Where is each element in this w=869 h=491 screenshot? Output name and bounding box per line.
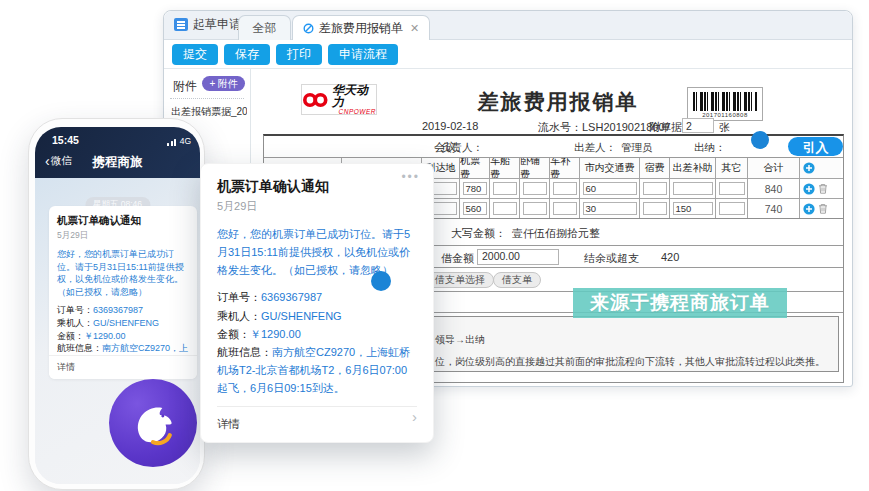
add-row-icon[interactable] — [803, 203, 815, 215]
table-actions-header — [800, 158, 841, 178]
traveler-value: 管理员 — [621, 141, 653, 155]
row-total-cell: 740 — [748, 199, 800, 218]
column-header: 合计 — [748, 158, 800, 178]
submit-button[interactable]: 提交 — [172, 44, 218, 65]
fee-input[interactable]: 560 — [463, 202, 487, 215]
ctrip-dolphin-logo — [109, 379, 197, 467]
balance-value: 420 — [661, 251, 679, 263]
table-cell — [716, 199, 748, 218]
table-cell — [490, 179, 520, 198]
column-header: 车船费 — [490, 158, 520, 178]
attach-count-input[interactable]: 2 — [682, 118, 714, 133]
amount-caps-label: 大写金额： — [451, 226, 506, 241]
fee-input[interactable] — [673, 182, 713, 195]
source-watermark: 来源于携程商旅订单 — [573, 288, 787, 318]
fee-input[interactable]: 780 — [463, 182, 487, 195]
loan-slip-select-button[interactable]: 借支单选择 — [426, 272, 494, 288]
fee-input[interactable] — [493, 202, 517, 215]
fee-input[interactable]: 150 — [673, 202, 713, 215]
more-options-icon[interactable]: ••• — [401, 170, 420, 184]
table-cell — [490, 199, 520, 218]
notification-title: 机票订单确认通知 — [57, 214, 189, 228]
import-button[interactable]: 引入 — [788, 137, 843, 156]
fee-input[interactable]: 30 — [583, 202, 637, 215]
fee-input[interactable] — [553, 202, 577, 215]
add-row-icon[interactable] — [803, 183, 815, 195]
popup-fields: 订单号：6369367987乘机人：GU/SHENFENG金额：￥1290.00… — [217, 288, 417, 397]
delete-row-icon[interactable] — [818, 183, 828, 194]
workflow-button[interactable]: 申请流程 — [328, 44, 398, 65]
close-tab-icon[interactable]: ✕ — [410, 22, 419, 35]
fee-input[interactable] — [719, 182, 745, 195]
fee-input[interactable] — [643, 182, 667, 195]
signal-icon: 4G — [167, 136, 191, 146]
draft-application-item[interactable]: 起草申请 — [174, 16, 241, 33]
column-header: 机票费 — [460, 158, 490, 178]
attachment-file-item[interactable]: 出差报销票据_20190219.j... — [171, 105, 247, 119]
highlight-dot-popup — [371, 271, 391, 291]
table-cell — [716, 179, 748, 198]
table-cell: 60 — [580, 179, 640, 198]
table-cell: 150 — [670, 199, 716, 218]
table-cell: 30 — [580, 199, 640, 218]
toolbar: 提交 保存 打印 申请流程 — [164, 40, 852, 69]
phone-nav-title: 携程商旅 — [35, 154, 200, 171]
fee-input[interactable]: 60 — [583, 182, 637, 195]
popup-details-link[interactable]: 详情 — [217, 418, 240, 430]
table-cell — [640, 199, 670, 218]
table-cell — [550, 179, 580, 198]
phone-mockup: 15:45 4G ‹ 微信 携程商旅 星期五 08:46 机票订单确认通知 5月… — [28, 118, 205, 490]
logo-company-name: 华天动力 — [332, 84, 376, 108]
loan-slip-button[interactable]: 借支单 — [493, 272, 541, 288]
fee-input[interactable] — [523, 182, 547, 195]
add-attachment-button[interactable]: + 附件 — [202, 76, 245, 91]
attach-unit-label: 张 — [719, 120, 730, 135]
table-cell — [520, 179, 550, 198]
amount-caps-value: 壹仟伍佰捌拾元整 — [512, 226, 600, 241]
fee-input[interactable] — [523, 202, 547, 215]
row-actions-cell — [800, 199, 841, 218]
fee-input[interactable] — [493, 182, 517, 195]
document-title: 差旅费用报销单 — [423, 88, 693, 116]
add-row-icon[interactable] — [803, 162, 815, 174]
barcode: 201701160808 — [687, 87, 763, 121]
fee-input[interactable] — [553, 182, 577, 195]
table-cell — [520, 199, 550, 218]
logo-company-sub: CNPOWER — [339, 109, 376, 116]
column-header: 卧铺费 — [520, 158, 550, 178]
phone-screen: 15:45 4G ‹ 微信 携程商旅 星期五 08:46 机票订单确认通知 5月… — [35, 127, 200, 484]
column-header: 市内交通费 — [580, 158, 640, 178]
fee-input[interactable] — [719, 202, 745, 215]
tab-all[interactable]: 全部 — [238, 15, 291, 40]
status-time: 15:45 — [52, 134, 79, 146]
balance-label: 结余或超支 — [584, 251, 639, 266]
row-actions-cell — [800, 179, 841, 198]
phone-header: 15:45 4G ‹ 微信 携程商旅 — [35, 127, 200, 178]
notification-date: 5月29日 — [57, 230, 189, 242]
notification-field: 金额：￥1290.00 — [217, 325, 417, 343]
fee-input[interactable] — [643, 202, 667, 215]
column-header: 出差补助 — [670, 158, 716, 178]
phone-notification-card[interactable]: 机票订单确认通知 5月29日 您好，您的机票订单已成功订位。请于5月31日15:… — [49, 206, 197, 379]
notification-field: 乘机人：GU/SHENFENG — [217, 307, 417, 325]
save-button[interactable]: 保存 — [224, 44, 270, 65]
attachments-divider — [170, 98, 244, 99]
popup-body: 您好，您的机票订单已成功订位。请于5月31日15:11前提供授权，以免机位或价格… — [217, 225, 417, 279]
document-date: 2019-02-18 — [422, 120, 478, 132]
loan-amount-input[interactable]: 2000.00 — [477, 249, 559, 265]
details-link[interactable]: 详情 — [49, 355, 197, 379]
notification-field: 乘机人：GU/SHENFENG — [57, 317, 189, 330]
tab-expense-form[interactable]: 差旅费用报销单 ✕ — [292, 15, 430, 40]
notification-field: 金额：￥1290.00 — [57, 330, 189, 343]
notification-field: 订单号：6369367987 — [217, 288, 417, 306]
barcode-bars — [693, 92, 757, 111]
company-logo: 华天动力 CNPOWER — [301, 84, 377, 115]
table-cell: 560 — [460, 199, 490, 218]
attachments-title: 附件 — [173, 78, 197, 95]
table-cell — [640, 179, 670, 198]
print-button[interactable]: 打印 — [276, 44, 322, 65]
draft-application-label: 起草申请 — [193, 16, 241, 33]
delete-row-icon[interactable] — [818, 203, 828, 214]
network-label: 4G — [180, 136, 191, 146]
approval-flow-text: 领导→出纳 — [435, 333, 485, 347]
